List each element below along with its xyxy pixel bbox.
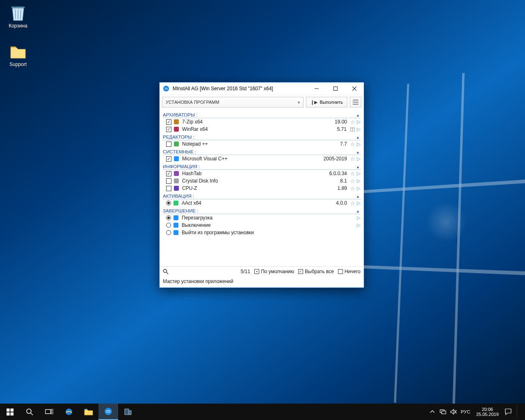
radio-button[interactable] [166, 230, 171, 235]
play-icon[interactable]: ▷ [357, 200, 361, 206]
chevron-up-icon[interactable]: ▴ [357, 194, 361, 199]
svg-point-27 [27, 409, 31, 413]
tray-chevron-up-icon[interactable] [429, 408, 436, 415]
network-icon[interactable] [439, 408, 447, 415]
program-row[interactable]: ✓WinRar x645.71⚿▷ [163, 126, 361, 133]
checkbox[interactable]: ✓ [166, 119, 171, 125]
play-icon[interactable]: ▷ [357, 222, 361, 228]
program-row[interactable]: Выключение▷ [163, 221, 361, 229]
preset-default[interactable]: ▪ По умолчанию [254, 269, 294, 274]
program-row[interactable]: Перезагрузка▷ [163, 214, 361, 221]
chevron-up-icon[interactable]: ▴ [357, 113, 361, 117]
svg-rect-26 [10, 412, 14, 415]
preset-select-all[interactable]: ✓ Выбрать все [298, 269, 334, 274]
star-icon[interactable]: ☆ [350, 185, 355, 192]
preset-none-checkbox[interactable] [338, 269, 343, 274]
program-name: Выйти из программы установки [181, 230, 357, 235]
program-row[interactable]: Выйти из программы установки [163, 229, 361, 236]
play-icon[interactable]: ▷ [357, 156, 361, 162]
section-title: ЗАВЕРШЕНИЕ : [163, 208, 357, 213]
program-row[interactable]: ✓Microsoft Visual C++2005-2019☆▷ [163, 155, 361, 162]
program-icon [173, 141, 180, 147]
star-icon[interactable]: ☆ [350, 178, 355, 184]
play-icon[interactable]: ▷ [357, 185, 361, 191]
taskbar-server-manager[interactable] [118, 404, 138, 420]
titlebar[interactable]: m MInstAll AG [Win Server 2016 Std "1607… [160, 82, 364, 95]
status-text: Мастер установки приложений [163, 278, 233, 284]
svg-rect-30 [51, 409, 53, 411]
program-row[interactable]: ✓7-Zip x6419.00☆▷ [163, 118, 361, 126]
radio-button[interactable] [166, 201, 171, 205]
star-icon[interactable]: ☆ [350, 141, 355, 147]
svg-rect-15 [174, 178, 179, 183]
program-row[interactable]: Crystal Disk Info8.1☆▷ [163, 177, 361, 185]
section-title: АКТИВАЦИЯ : [163, 194, 357, 199]
play-icon[interactable]: ▷ [357, 215, 361, 221]
program-version: 2005-2019 [324, 156, 349, 162]
section-header[interactable]: ИНФОРМАЦИЯ :▴ [163, 162, 361, 170]
section-title: АРХИВАТОРЫ : [163, 112, 357, 117]
chevron-up-icon[interactable]: ▴ [357, 150, 361, 154]
chevron-up-icon[interactable]: ▴ [357, 164, 361, 169]
program-row[interactable]: CPU-Z1.89☆▷ [163, 185, 361, 192]
preset-default-checkbox[interactable]: ▪ [254, 269, 259, 274]
star-icon[interactable]: ☆ [350, 200, 355, 206]
play-icon[interactable]: ▷ [357, 141, 361, 147]
execute-button[interactable]: ❙▶ Выполнить [306, 97, 347, 107]
checkbox[interactable]: ✓ [166, 127, 171, 132]
section-header[interactable]: СИСТЕМНЫЕ :▴ [163, 148, 361, 155]
checkbox[interactable] [166, 186, 171, 191]
program-row[interactable]: ✓HashTab6.0.0.34☆▷ [163, 170, 361, 177]
program-row[interactable]: Notepad ++7.7☆▷ [163, 140, 361, 148]
play-icon[interactable]: ▷ [357, 171, 361, 176]
minimize-button[interactable] [307, 82, 326, 95]
taskbar-file-explorer[interactable] [79, 404, 98, 420]
clock[interactable]: 20:06 25.05.2019 [474, 407, 501, 417]
start-button[interactable] [0, 404, 20, 420]
star-icon[interactable]: ☆ [350, 119, 355, 125]
play-icon[interactable]: ▷ [357, 119, 361, 125]
maximize-button[interactable] [326, 82, 345, 95]
task-view-button[interactable] [39, 404, 59, 420]
checkbox[interactable]: ✓ [166, 156, 171, 162]
show-desktop-button[interactable] [517, 406, 523, 418]
program-name: HashTab [181, 171, 328, 176]
menu-button[interactable] [350, 97, 361, 107]
checkbox[interactable] [166, 178, 171, 184]
svg-rect-37 [129, 411, 131, 415]
checkbox[interactable] [166, 142, 171, 147]
radio-button[interactable] [166, 223, 171, 228]
checkbox[interactable]: ✓ [166, 171, 171, 176]
star-icon[interactable]: ☆ [350, 156, 355, 162]
chevron-up-icon[interactable]: ▴ [357, 135, 361, 139]
action-center-icon[interactable] [504, 408, 512, 415]
program-icon [173, 215, 179, 221]
preset-none[interactable]: Ничего [338, 269, 361, 274]
taskbar-minstall[interactable]: m [98, 404, 118, 420]
radio-button[interactable] [166, 215, 171, 220]
taskbar-search[interactable] [20, 404, 39, 420]
desktop-icon-support-folder[interactable]: Support [2, 41, 34, 68]
taskbar-ie[interactable] [59, 404, 79, 420]
section-header[interactable]: АРХИВАТОРЫ :▴ [163, 111, 361, 118]
star-icon[interactable]: ☆ [350, 171, 355, 177]
desktop-icon-recycle-bin[interactable]: Корзина [2, 2, 34, 30]
volume-icon[interactable] [450, 408, 457, 415]
section-header[interactable]: АКТИВАЦИЯ :▴ [163, 192, 361, 199]
search-icon[interactable] [163, 269, 170, 274]
program-row[interactable]: AAct x644.0.0☆▷ [163, 199, 361, 207]
svg-rect-23 [7, 409, 10, 412]
program-icon [173, 119, 180, 125]
section-header[interactable]: ЗАВЕРШЕНИЕ :▴ [163, 207, 361, 214]
chevron-up-icon[interactable]: ▴ [357, 209, 361, 213]
play-icon[interactable]: ▷ [357, 126, 361, 132]
key-icon[interactable]: ⚿ [350, 126, 355, 132]
close-button[interactable] [345, 82, 364, 95]
language-indicator[interactable]: РУС [461, 409, 470, 414]
preset-select-all-checkbox[interactable]: ✓ [298, 269, 303, 274]
section-header[interactable]: РЕДАКТОРЫ :▴ [163, 133, 361, 140]
play-icon[interactable]: ▷ [357, 178, 361, 184]
mode-dropdown[interactable]: УСТАНОВКА ПРОГРАММ ▾ [162, 97, 304, 107]
section-title: РЕДАКТОРЫ : [163, 135, 357, 139]
toolbar: УСТАНОВКА ПРОГРАММ ▾ ❙▶ Выполнить [160, 95, 364, 109]
